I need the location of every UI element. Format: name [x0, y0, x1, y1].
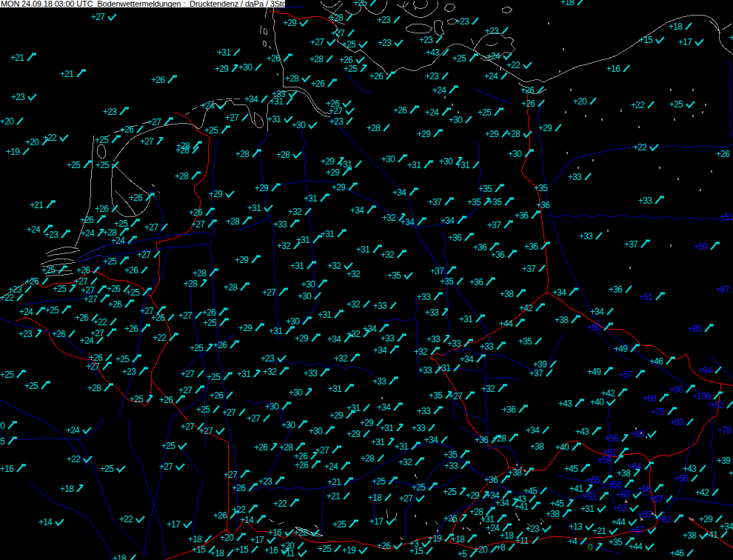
svg-text:+23: +23 [11, 92, 25, 102]
svg-text:+35: +35 [429, 390, 443, 401]
svg-text:+16: +16 [268, 527, 282, 538]
svg-text:+55: +55 [637, 510, 652, 520]
svg-text:+28: +28 [329, 13, 344, 23]
svg-text:+33: +33 [444, 461, 458, 471]
svg-text:+23: +23 [526, 524, 540, 534]
svg-text:+34: +34 [590, 307, 604, 317]
svg-text:+24: +24 [19, 307, 33, 317]
svg-text:+25: +25 [443, 487, 457, 497]
svg-text:+36: +36 [469, 277, 483, 287]
svg-text:+41: +41 [704, 530, 718, 540]
svg-text:+27: +27 [91, 12, 105, 22]
svg-text:+18: +18 [500, 530, 514, 541]
svg-text:+40: +40 [555, 442, 569, 453]
svg-text:+23: +23 [485, 26, 499, 36]
svg-text:+34: +34 [552, 287, 566, 298]
svg-text:+29: +29 [417, 129, 431, 139]
svg-text:+29: +29 [326, 167, 340, 178]
svg-text:+17: +17 [167, 519, 181, 530]
svg-text:+33: +33 [381, 333, 395, 344]
svg-text:+24: +24 [66, 425, 80, 436]
svg-text:+31: +31 [304, 193, 318, 204]
svg-text:+26: +26 [729, 33, 733, 43]
svg-text:+37: +37 [624, 239, 638, 250]
svg-text:+31: +31 [321, 229, 335, 239]
svg-text:+31: +31 [456, 160, 470, 170]
svg-text:+37: +37 [487, 220, 501, 230]
svg-text:+32: +32 [288, 207, 302, 217]
svg-text:+28: +28 [279, 442, 293, 453]
svg-text:+32: +32 [263, 367, 277, 377]
svg-text:+46: +46 [670, 548, 684, 559]
svg-text:+14: +14 [240, 515, 254, 525]
svg-text:+31: +31 [580, 504, 595, 514]
svg-text:+94: +94 [698, 365, 712, 376]
svg-text:+33: +33 [425, 307, 439, 318]
svg-text:+19: +19 [428, 533, 442, 544]
svg-text:+29: +29 [295, 333, 309, 344]
svg-text:+32: +32 [327, 261, 341, 271]
svg-text:+57: +57 [649, 494, 663, 504]
svg-text:+28: +28 [366, 123, 381, 133]
svg-text:+26: +26 [129, 193, 143, 203]
svg-text:+34: +34 [720, 521, 733, 532]
svg-text:+38: +38 [617, 468, 631, 479]
svg-text:+33: +33 [418, 365, 432, 376]
svg-text:+31: +31 [371, 437, 385, 447]
svg-text:+18: +18 [560, 0, 575, 7]
svg-text:+21: +21 [592, 526, 606, 536]
svg-text:+28: +28 [193, 268, 207, 279]
svg-text:+26: +26 [25, 276, 39, 287]
svg-text:+46: +46 [649, 356, 663, 367]
svg-text:+26: +26 [210, 390, 224, 401]
svg-text:+41: +41 [569, 484, 583, 494]
svg-text:+32: +32 [414, 347, 428, 357]
svg-text:+35: +35 [467, 197, 481, 207]
svg-text:+26: +26 [108, 299, 122, 310]
svg-text:+22: +22 [93, 317, 107, 327]
svg-text:+20: +20 [25, 137, 39, 147]
svg-text:+30: +30 [292, 120, 306, 130]
svg-text:+35: +35 [518, 336, 532, 347]
svg-text:+34: +34 [350, 205, 364, 216]
svg-text:+25: +25 [161, 441, 175, 451]
svg-text:+35: +35 [440, 276, 454, 287]
svg-text:+83: +83 [670, 417, 684, 427]
svg-text:+31: +31 [380, 423, 394, 433]
svg-text:+31: +31 [267, 114, 281, 124]
svg-text:+41: +41 [515, 501, 529, 512]
svg-text:+26: +26 [267, 53, 281, 64]
svg-text:+25: +25 [412, 482, 426, 493]
svg-text:+25: +25 [130, 394, 144, 404]
svg-text:+25: +25 [96, 160, 110, 170]
svg-text:+31: +31 [270, 96, 284, 107]
svg-text:+20: +20 [573, 96, 587, 107]
svg-text:+30: +30 [449, 115, 463, 125]
svg-text:+13: +13 [569, 521, 583, 532]
svg-text:+29: +29 [332, 182, 346, 193]
svg-text:+27: +27 [449, 391, 463, 401]
svg-text:+42: +42 [695, 487, 709, 498]
svg-text:+18: +18 [451, 534, 465, 544]
svg-text:+23: +23 [329, 116, 344, 127]
svg-text:+18: +18 [188, 534, 202, 544]
svg-text:+36: +36 [473, 242, 487, 253]
svg-text:+20: +20 [220, 533, 234, 543]
svg-text:+34: +34 [373, 345, 387, 356]
svg-text:+108: +108 [692, 391, 711, 401]
svg-text:+36: +36 [448, 233, 462, 243]
svg-text:+27: +27 [399, 493, 413, 504]
svg-text:+27: +27 [222, 407, 236, 418]
svg-text:+80: +80 [669, 384, 683, 395]
svg-text:+25: +25 [478, 107, 492, 118]
svg-text:+27: +27 [331, 28, 345, 39]
svg-text:+32: +32 [334, 353, 348, 364]
svg-text:+28: +28 [361, 453, 375, 464]
svg-text:+36: +36 [536, 200, 550, 210]
svg-text:+26: +26 [295, 460, 309, 470]
svg-text:+11: +11 [515, 536, 529, 546]
svg-text:+26: +26 [80, 215, 94, 225]
svg-text:+22: +22 [67, 454, 81, 464]
svg-text:+25: +25 [0, 370, 14, 380]
svg-text:+31: +31 [459, 314, 473, 324]
